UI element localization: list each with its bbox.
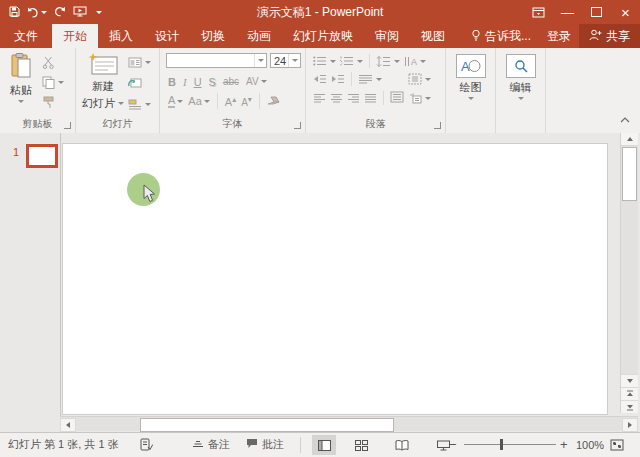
font-color-button[interactable]: A	[168, 95, 183, 108]
group-drawing: A 绘图	[446, 48, 496, 133]
tab-slideshow[interactable]: 幻灯片放映	[282, 24, 364, 48]
fit-to-window-icon[interactable]	[610, 433, 624, 456]
new-slide-button[interactable]: 新建 幻灯片	[82, 53, 124, 111]
tab-home[interactable]: 开始	[52, 24, 98, 48]
change-case-button[interactable]: Aa	[188, 95, 209, 107]
horizontal-scrollbar-thumb[interactable]	[140, 418, 394, 432]
maximize-button[interactable]	[582, 0, 611, 24]
tab-review[interactable]: 审阅	[364, 24, 410, 48]
zoom-in-button[interactable]: +	[560, 433, 568, 456]
tab-view[interactable]: 视图	[410, 24, 456, 48]
line-spacing-button[interactable]	[376, 53, 400, 69]
zoom-level[interactable]: 100%	[576, 433, 604, 456]
scroll-right-button[interactable]	[622, 418, 638, 432]
undo-dropdown-caret[interactable]	[41, 11, 47, 14]
tab-transitions[interactable]: 切换	[190, 24, 236, 48]
normal-view-button[interactable]	[312, 435, 336, 455]
slide-counter[interactable]: 幻灯片 第 1 张, 共 1 张	[8, 433, 119, 456]
slide-thumbnail[interactable]	[26, 144, 58, 168]
align-center-button[interactable]	[330, 89, 343, 107]
align-text-button[interactable]	[408, 71, 431, 87]
layout-dropdown-caret[interactable]	[145, 61, 151, 64]
align-left-button[interactable]	[313, 89, 326, 107]
paste-dropdown-caret[interactable]	[18, 100, 24, 103]
align-right-button[interactable]	[347, 89, 360, 107]
scroll-up-button[interactable]	[621, 133, 638, 146]
sign-in-button[interactable]: 登录	[539, 24, 579, 48]
tell-me-button[interactable]: 告诉我...	[463, 24, 539, 48]
slide-thumbnail-panel[interactable]: 1	[0, 133, 61, 433]
text-direction-button[interactable]: A	[404, 53, 426, 69]
font-name-combo[interactable]	[166, 53, 267, 68]
font-dialog-launcher[interactable]	[294, 122, 301, 129]
vertical-scrollbar-thumb[interactable]	[622, 147, 637, 201]
comments-button[interactable]: 批注	[246, 433, 284, 456]
bold-button[interactable]: B	[168, 76, 176, 88]
paragraph-dialog-launcher[interactable]	[434, 122, 441, 129]
text-shadow-button[interactable]: S	[209, 76, 216, 88]
increase-indent-button[interactable]	[331, 71, 345, 87]
close-button[interactable]: ×	[611, 0, 640, 24]
copy-dropdown-caret[interactable]	[58, 81, 64, 84]
tab-design[interactable]: 设计	[144, 24, 190, 48]
zoom-slider-thumb[interactable]	[500, 439, 503, 450]
group-clipboard: 粘贴 剪贴板	[0, 48, 76, 133]
editing-button[interactable]: 编辑	[496, 54, 545, 100]
italic-button[interactable]: I	[183, 76, 187, 88]
scroll-left-button[interactable]	[60, 418, 76, 432]
paste-button[interactable]: 粘贴	[4, 53, 38, 103]
format-painter-button[interactable]	[42, 94, 64, 110]
reading-view-button[interactable]	[390, 435, 414, 455]
vertical-scrollbar[interactable]	[620, 133, 638, 413]
copy-button[interactable]	[42, 74, 64, 90]
spell-check-icon[interactable]	[140, 433, 153, 456]
justify-button[interactable]	[364, 89, 377, 107]
notes-button[interactable]: 备注	[192, 433, 230, 456]
decrease-indent-button[interactable]	[313, 71, 327, 87]
tab-insert[interactable]: 插入	[98, 24, 144, 48]
layout-button[interactable]	[128, 54, 151, 70]
new-slide-dropdown-caret[interactable]	[118, 102, 124, 105]
save-icon[interactable]	[9, 3, 20, 21]
horizontal-scrollbar[interactable]	[60, 416, 638, 431]
minimize-button[interactable]: —	[553, 0, 582, 24]
cut-button[interactable]	[42, 54, 64, 70]
columns-button[interactable]	[358, 71, 382, 87]
smartart-button[interactable]	[408, 90, 431, 106]
lightbulb-icon	[471, 29, 481, 44]
collapse-ribbon-icon[interactable]	[620, 109, 630, 127]
redo-icon[interactable]	[54, 3, 66, 21]
clear-formatting-button[interactable]	[267, 92, 280, 110]
reset-button[interactable]	[128, 75, 151, 91]
tab-file[interactable]: 文件	[0, 24, 52, 48]
strikethrough-button[interactable]: abc	[223, 76, 239, 87]
slide-sorter-view-button[interactable]	[349, 435, 373, 455]
previous-slide-button[interactable]	[621, 387, 638, 400]
share-button[interactable]: 共享	[579, 24, 640, 48]
distribute-button[interactable]	[390, 89, 404, 107]
shrink-font-button[interactable]: A▾	[241, 95, 252, 108]
zoom-out-button[interactable]: −	[449, 433, 457, 456]
font-size-combo[interactable]: 24	[270, 53, 301, 68]
notes-icon	[192, 438, 204, 451]
grow-font-button[interactable]: A▴	[225, 95, 236, 108]
ribbon-display-options-icon[interactable]	[524, 0, 553, 24]
character-spacing-button[interactable]: AV	[246, 76, 267, 87]
tab-animations[interactable]: 动画	[236, 24, 282, 48]
numbering-button[interactable]	[340, 53, 363, 69]
slides-group-label: 幻灯片	[76, 117, 159, 131]
undo-button[interactable]	[27, 7, 47, 18]
find-magnifier-icon	[506, 54, 536, 78]
customize-qat-icon[interactable]	[96, 11, 102, 14]
underline-button[interactable]: U	[194, 76, 202, 88]
drawing-button[interactable]: A 绘图	[446, 54, 495, 100]
section-dropdown-caret[interactable]	[145, 103, 151, 106]
scroll-down-button[interactable]	[621, 374, 638, 387]
section-button[interactable]	[128, 96, 151, 112]
ribbon-tab-row: 文件 开始 插入 设计 切换 动画 幻灯片放映 审阅 视图 告诉我... 登录 …	[0, 24, 640, 48]
clipboard-dialog-launcher[interactable]	[64, 122, 71, 129]
next-slide-button[interactable]	[621, 400, 638, 413]
start-slideshow-icon[interactable]	[73, 3, 87, 21]
zoom-slider[interactable]	[464, 444, 556, 445]
bullets-button[interactable]	[313, 53, 336, 69]
